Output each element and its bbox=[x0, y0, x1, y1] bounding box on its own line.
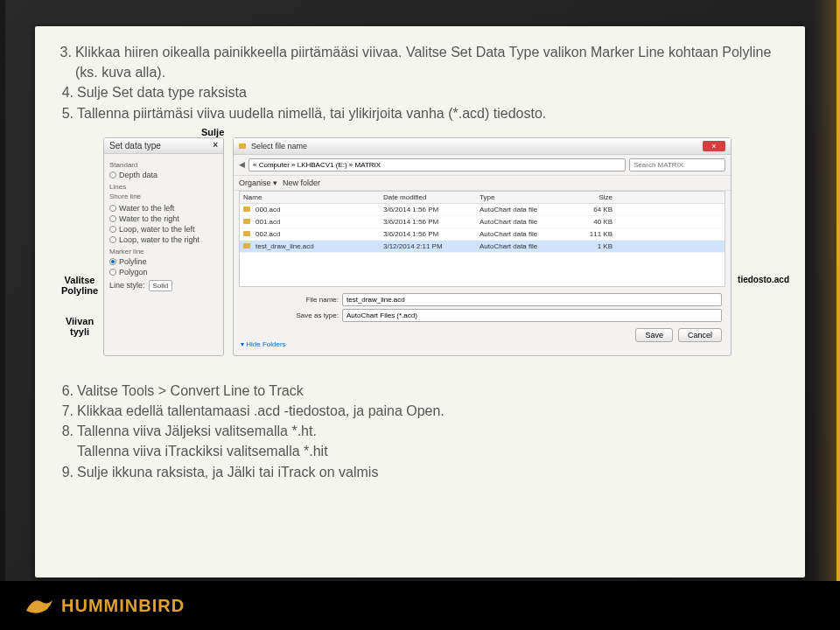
callout-tiedosto-acd: tiedosto.acd bbox=[738, 275, 789, 284]
instructions-bottom: 6.Valitse Tools > Convert Line to Track … bbox=[56, 381, 784, 482]
dialog-toolbar: Organise ▾ New folder bbox=[234, 176, 731, 191]
back-icon[interactable]: ◀ bbox=[239, 160, 245, 169]
filename-input[interactable] bbox=[342, 293, 722, 306]
document-card: 3.Klikkaa hiiren oikealla painikkeella p… bbox=[35, 26, 805, 578]
close-icon[interactable]: × bbox=[703, 141, 725, 151]
instructions-top: 3.Klikkaa hiiren oikealla painikkeella p… bbox=[56, 42, 784, 123]
callout-valitse-polyline: Valitse Polyline bbox=[58, 275, 102, 296]
radio-water-left[interactable]: Water to the left bbox=[109, 204, 218, 213]
linestyle-label: Line style: bbox=[109, 281, 145, 290]
panel-title: Set data type bbox=[109, 141, 161, 150]
radio-loop-right[interactable]: Loop, water to the right bbox=[109, 235, 218, 244]
search-input[interactable] bbox=[629, 158, 725, 172]
radio-polyline[interactable]: Polyline bbox=[109, 257, 218, 266]
list-header: Name Date modified Type Size bbox=[240, 192, 724, 204]
step-num: 7. bbox=[56, 401, 74, 421]
step-text: Valitse Tools > Convert Line to Track bbox=[77, 381, 304, 401]
saveas-label: Save as type: bbox=[286, 312, 339, 319]
set-data-type-panel: Set data type × Standard Depth data Line… bbox=[103, 137, 224, 356]
step-num: 5. bbox=[56, 103, 74, 123]
step-num: 9. bbox=[56, 462, 74, 482]
filename-label: File name: bbox=[286, 296, 339, 304]
list-item[interactable]: 002.acd3/6/2014 1:56 PMAutoChart data fi… bbox=[240, 228, 724, 241]
list-item[interactable]: 001.acd3/6/2014 1:56 PMAutoChart data fi… bbox=[240, 216, 724, 228]
dialog-title: Select file name bbox=[251, 142, 307, 150]
step-text-extra: Tallenna viiva iTrackiksi valitsemalla *… bbox=[77, 441, 784, 461]
path-input[interactable] bbox=[248, 158, 626, 172]
step-num: 8. bbox=[56, 421, 74, 441]
radio-polygon[interactable]: Polygon bbox=[109, 268, 218, 276]
footer-bar: HUMMINBIRD bbox=[0, 581, 840, 630]
dialog-titlebar: Select file name × bbox=[234, 138, 731, 155]
save-button[interactable]: Save bbox=[635, 328, 673, 342]
step-num: 6. bbox=[56, 381, 74, 401]
list-item[interactable]: test_draw_line.acd3/12/2014 2:11 PMAutoC… bbox=[240, 241, 724, 253]
group-standard: Standard bbox=[109, 161, 218, 169]
step-text: Sulje Set data type raksista bbox=[77, 82, 247, 102]
step-text: Tallenna piirtämäsi viiva uudella nimell… bbox=[77, 103, 546, 123]
radio-depth[interactable]: Depth data bbox=[109, 171, 218, 179]
hide-folders-link[interactable]: ▾ Hide Folders bbox=[241, 340, 286, 348]
newfolder-button[interactable]: New folder bbox=[283, 178, 320, 187]
step-text: Tallenna viiva Jäljeksi valitsemalla *.h… bbox=[77, 421, 317, 441]
organise-menu[interactable]: Organise ▾ bbox=[239, 178, 277, 187]
callout-sulje: Sulje bbox=[201, 127, 224, 137]
step-text: Klikkaa hiiren oikealla painikkeella pii… bbox=[75, 42, 784, 82]
cancel-button[interactable]: Cancel bbox=[678, 328, 722, 342]
saveas-select[interactable] bbox=[342, 309, 722, 322]
file-dialog: Select file name × ◀ Organise ▾ New fold… bbox=[233, 137, 732, 356]
folder-icon bbox=[239, 144, 246, 149]
radio-loop-left[interactable]: Loop, water to the left bbox=[109, 225, 218, 234]
screenshot-composite: Sulje Valitse Polyline Viivan tyyli tied… bbox=[56, 130, 784, 375]
list-item[interactable]: 000.acd3/6/2014 1:56 PMAutoChart data fi… bbox=[240, 204, 724, 216]
bird-icon bbox=[24, 593, 54, 618]
close-icon[interactable]: × bbox=[213, 141, 218, 150]
file-list: Name Date modified Type Size 000.acd3/6/… bbox=[239, 191, 725, 287]
panel-titlebar: Set data type × bbox=[104, 138, 223, 154]
callout-viivan-tyyli: Viivan tyyli bbox=[58, 316, 102, 337]
linestyle-select[interactable]: Solid bbox=[149, 280, 173, 291]
brand-logo: HUMMINBIRD bbox=[24, 593, 185, 618]
step-num: 3. bbox=[56, 42, 72, 82]
group-lines: Lines bbox=[109, 183, 218, 191]
step-num: 4. bbox=[56, 82, 74, 102]
step-text: Klikkaa edellä tallentamaasi .acd -tiedo… bbox=[77, 401, 444, 421]
brand-text: HUMMINBIRD bbox=[61, 596, 185, 616]
radio-shore: Shore line bbox=[109, 192, 218, 200]
radio-water-right[interactable]: Water to the right bbox=[109, 214, 218, 223]
step-text: Sulje ikkuna raksista, ja Jälki tai iTra… bbox=[77, 462, 378, 482]
group-marker: Marker line bbox=[109, 248, 218, 256]
